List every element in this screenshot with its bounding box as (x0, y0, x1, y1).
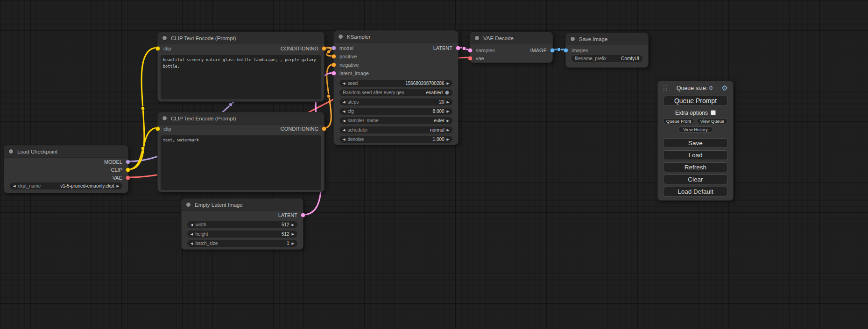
node-empty-latent-image[interactable]: Empty Latent Image LATENT ◀ width 512 ▶ … (181, 198, 303, 250)
save-button[interactable]: Save (663, 138, 728, 148)
decrement-arrow-icon[interactable]: ◀ (343, 128, 345, 132)
negative-prompt-textarea[interactable]: text, watermark (161, 135, 321, 190)
load-button[interactable]: Load (663, 150, 728, 160)
node-save-image[interactable]: Save Image images filename_prefix ComfyU… (565, 33, 649, 68)
input-port-images[interactable] (564, 48, 568, 53)
input-row: images (566, 46, 648, 54)
output-port-conditioning[interactable] (322, 126, 326, 131)
queue-front-button[interactable]: Queue Front (663, 118, 694, 124)
widget-value: enabled (426, 90, 443, 95)
load-default-button[interactable]: Load Default (663, 187, 728, 196)
steps-widget[interactable]: ◀ steps 20 ▶ (339, 98, 452, 105)
output-port-model[interactable] (126, 160, 130, 164)
node-header[interactable]: KSampler (334, 31, 458, 43)
sampler-name-widget[interactable]: ◀ sampler_name euler ▶ (339, 117, 452, 124)
decrement-arrow-icon[interactable]: ◀ (343, 138, 345, 141)
queue-prompt-button[interactable]: Queue Prompt (663, 96, 728, 106)
toggle-icon[interactable] (445, 91, 449, 95)
input-port-model[interactable] (332, 46, 336, 50)
refresh-button[interactable]: Refresh (663, 162, 728, 172)
widget-label: filename_prefix (575, 56, 607, 61)
output-row: VAE (4, 174, 128, 182)
increment-arrow-icon[interactable]: ▶ (447, 128, 449, 132)
clear-button[interactable]: Clear (663, 175, 728, 184)
node-graph-canvas[interactable]: Load Checkpoint MODEL CLIP VAE ◀ ckpt_na… (0, 0, 868, 329)
collapse-dot-icon[interactable] (475, 36, 479, 40)
extra-options-checkbox[interactable] (711, 110, 716, 115)
input-port-clip[interactable] (155, 126, 160, 131)
node-clip-text-encode-positive[interactable]: CLIP Text Encode (Prompt) clip CONDITION… (157, 32, 325, 102)
decrement-arrow-icon[interactable]: ◀ (191, 232, 193, 236)
node-ksampler[interactable]: KSampler model LATENT positive negative … (333, 30, 459, 145)
view-queue-button[interactable]: View Queue (697, 118, 728, 124)
output-port-clip[interactable] (126, 168, 130, 172)
widget-label: width (195, 222, 206, 227)
node-header[interactable]: Save Image (566, 33, 648, 45)
increment-arrow-icon[interactable]: ▶ (447, 110, 449, 113)
positive-prompt-textarea[interactable]: beautiful scenery nature glass bottle la… (161, 55, 321, 99)
width-widget[interactable]: ◀ width 512 ▶ (187, 221, 297, 228)
random-seed-toggle-widget[interactable]: Random seed after every gen enabled (339, 89, 452, 96)
collapse-dot-icon[interactable] (162, 116, 167, 120)
scheduler-widget[interactable]: ◀ scheduler normal ▶ (339, 126, 452, 133)
node-header[interactable]: VAE Decode (470, 32, 552, 44)
input-port-negative[interactable] (332, 63, 336, 67)
node-header[interactable]: CLIP Text Encode (Prompt) (158, 112, 324, 125)
seed-widget[interactable]: ◀ seed 156680208700286 ▶ (339, 80, 452, 87)
input-port-samples[interactable] (468, 48, 473, 53)
decrement-arrow-icon[interactable]: ◀ (191, 223, 193, 226)
cfg-widget[interactable]: ◀ cfg 8.000 ▶ (339, 108, 452, 115)
input-port-clip[interactable] (155, 46, 160, 51)
node-vae-decode[interactable]: VAE Decode samples IMAGE vae (470, 32, 553, 63)
decrement-arrow-icon[interactable]: ◀ (13, 184, 15, 188)
node-header[interactable]: Empty Latent Image (182, 199, 303, 211)
view-history-button[interactable]: View History (678, 126, 713, 133)
node-header[interactable]: CLIP Text Encode (Prompt) (158, 32, 324, 44)
drag-handle-icon[interactable] (663, 85, 667, 91)
input-label-positive: positive (339, 54, 357, 59)
node-load-checkpoint[interactable]: Load Checkpoint MODEL CLIP VAE ◀ ckpt_na… (4, 145, 128, 193)
increment-arrow-icon[interactable]: ▶ (447, 119, 449, 122)
output-port-vae[interactable] (126, 175, 130, 180)
settings-gear-icon[interactable]: ⚙ (722, 84, 728, 91)
increment-arrow-icon[interactable]: ▶ (292, 242, 294, 245)
history-row: View History (663, 126, 728, 133)
node-header[interactable]: Load Checkpoint (4, 146, 128, 158)
increment-arrow-icon[interactable]: ▶ (447, 138, 449, 141)
node-clip-text-encode-negative[interactable]: CLIP Text Encode (Prompt) clip CONDITION… (157, 112, 325, 192)
decrement-arrow-icon[interactable]: ◀ (343, 110, 345, 113)
ckpt-name-widget[interactable]: ◀ ckpt_name v1-5-pruned-emaonly.ckpt ▶ (10, 182, 122, 189)
decrement-arrow-icon[interactable]: ◀ (343, 82, 345, 85)
collapse-dot-icon[interactable] (571, 37, 575, 41)
output-port-latent[interactable] (456, 46, 460, 50)
output-port-image[interactable] (550, 48, 555, 53)
increment-arrow-icon[interactable]: ▶ (117, 184, 119, 188)
increment-arrow-icon[interactable]: ▶ (292, 232, 294, 236)
input-row: negative (334, 61, 458, 69)
collapse-dot-icon[interactable] (9, 149, 13, 154)
input-port-positive[interactable] (332, 54, 336, 59)
increment-arrow-icon[interactable]: ▶ (447, 82, 449, 85)
collapse-dot-icon[interactable] (162, 36, 167, 40)
decrement-arrow-icon[interactable]: ◀ (343, 100, 345, 104)
widget-label: seed (347, 81, 358, 86)
input-port-latent-image[interactable] (332, 71, 336, 76)
decrement-arrow-icon[interactable]: ◀ (191, 242, 193, 245)
output-port-latent[interactable] (301, 213, 305, 217)
filename-prefix-widget[interactable]: filename_prefix ComfyUI (572, 55, 642, 62)
input-port-vae[interactable] (468, 56, 473, 61)
output-label-image: IMAGE (530, 48, 547, 53)
output-port-conditioning[interactable] (322, 46, 326, 51)
collapse-dot-icon[interactable] (339, 35, 343, 39)
link-dot-cond-positive (327, 50, 331, 54)
widget-label: steps (347, 99, 359, 105)
decrement-arrow-icon[interactable]: ◀ (343, 119, 345, 122)
height-widget[interactable]: ◀ height 512 ▶ (187, 231, 297, 238)
widget-label: batch_size (195, 241, 218, 246)
increment-arrow-icon[interactable]: ▶ (292, 223, 294, 226)
batch-size-widget[interactable]: ◀ batch_size 1 ▶ (187, 240, 297, 247)
increment-arrow-icon[interactable]: ▶ (447, 100, 449, 104)
output-row: LATENT (182, 211, 303, 219)
denoise-widget[interactable]: ◀ denoise 1.000 ▶ (339, 136, 452, 143)
collapse-dot-icon[interactable] (186, 203, 191, 207)
